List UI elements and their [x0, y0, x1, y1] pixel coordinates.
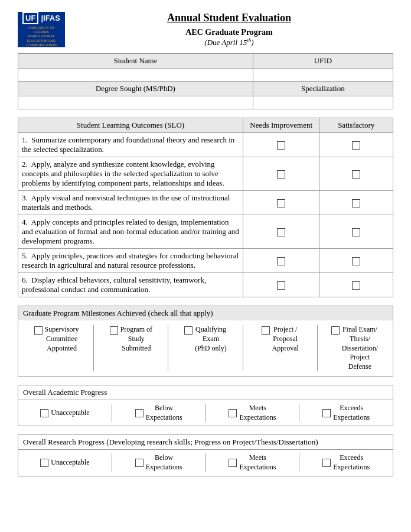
slo-satisfactory-header: Satisfactory: [319, 118, 393, 133]
research-exceeds: ExceedsExpectations: [305, 453, 387, 472]
milestones-row: SupervisoryCommitteeAppointed Program of…: [18, 320, 393, 376]
research-meets-label: MeetsExpectations: [239, 453, 276, 472]
table-row: 5. Apply principles, practices and strat…: [18, 249, 393, 273]
table-row: 3. Apply visual and nonvisual techniques…: [18, 191, 393, 215]
slo-item-3: 3. Apply visual and nonvisual techniques…: [18, 191, 243, 215]
student-info-table: Student Name UFID Degree Sought (MS/PhD)…: [18, 53, 393, 109]
logo-ifas-text: |IFAS: [41, 14, 60, 22]
slo-item-2: 2. Apply, analyze and synthesize content…: [18, 157, 243, 191]
slo-item-1: 1. Summarize contemporary and foundation…: [18, 133, 243, 157]
student-name-header: Student Name: [18, 54, 253, 69]
page-header: UF |IFAS UNIVERSITY OF FLORIDAAGRICULTUR…: [18, 12, 393, 47]
milestone-program-study: Program ofStudySubmitted: [96, 325, 165, 371]
degree-header: Degree Sought (MS/PhD): [18, 82, 253, 96]
milestone-supervisory-label: SupervisoryCommitteeAppointed: [45, 325, 79, 353]
slo-6-needs-check[interactable]: [243, 273, 319, 297]
ufid-value[interactable]: [253, 69, 393, 82]
academic-unacceptable: Unacceptable: [24, 408, 106, 418]
slo-item-6: 6. Display ethical behaviors, cultural s…: [18, 273, 243, 297]
milestone-qualifying-exam-label: QualifyingExam(PhD only): [195, 325, 227, 353]
milestone-supervisory: SupervisoryCommitteeAppointed: [22, 325, 91, 371]
slo-6-satisfactory-check[interactable]: [319, 273, 393, 297]
due-date: (Due April 15th): [65, 37, 393, 47]
research-meets: MeetsExpectations: [212, 453, 293, 472]
milestone-final-exam-checkbox[interactable]: [331, 326, 340, 335]
slo-4-satisfactory-check[interactable]: [319, 215, 393, 249]
slo-3-needs-check[interactable]: [243, 191, 319, 215]
overall-research-header: Overall Research Progress (Developing re…: [18, 435, 393, 449]
student-name-value[interactable]: [18, 69, 253, 82]
table-row: 6. Display ethical behaviors, cultural s…: [18, 273, 393, 297]
academic-exceeds-checkbox[interactable]: [322, 409, 331, 417]
slo-5-satisfactory-check[interactable]: [319, 249, 393, 273]
slo-3-satisfactory-check[interactable]: [319, 191, 393, 215]
slo-item-4: 4. Apply concepts and principles related…: [18, 215, 243, 249]
academic-meets-checkbox[interactable]: [229, 409, 237, 417]
program-title: AEC Graduate Program: [65, 28, 393, 37]
academic-unacceptable-checkbox[interactable]: [40, 409, 48, 417]
milestone-qualifying-exam: QualifyingExam(PhD only): [171, 325, 240, 371]
research-unacceptable-label: Unacceptable: [51, 458, 89, 468]
logo-uf-text: UF: [22, 12, 38, 24]
academic-exceeds-label: ExceedsExpectations: [333, 404, 370, 422]
milestone-project-proposal: Project /ProposalApproval: [246, 325, 315, 371]
slo-1-satisfactory-check[interactable]: [319, 133, 393, 157]
ufid-header: UFID: [253, 54, 393, 69]
milestone-final-exam: Final Exam/Thesis/Dissertation/ProjectDe…: [320, 325, 389, 371]
overall-research-section: Overall Research Progress (Developing re…: [18, 434, 393, 476]
slo-needs-header: Needs Improvement: [243, 118, 319, 133]
specialization-header: Specialization: [253, 82, 393, 96]
slo-5-needs-check[interactable]: [243, 249, 319, 273]
academic-below-label: BelowExpectations: [146, 404, 182, 422]
overall-academic-section: Overall Academic Progress Unacceptable B…: [18, 385, 393, 426]
specialization-value[interactable]: [253, 96, 393, 109]
page-title: Annual Student Evaluation: [65, 12, 393, 24]
milestone-supervisory-checkbox[interactable]: [34, 326, 43, 335]
research-exceeds-label: ExceedsExpectations: [333, 453, 370, 472]
overall-academic-row: Unacceptable BelowExpectations MeetsExpe…: [18, 400, 393, 426]
milestone-final-exam-label: Final Exam/Thesis/Dissertation/ProjectDe…: [342, 325, 378, 371]
slo-2-satisfactory-check[interactable]: [319, 157, 393, 191]
header-center: Annual Student Evaluation AEC Graduate P…: [65, 12, 393, 47]
milestone-project-proposal-checkbox[interactable]: [262, 326, 270, 335]
academic-unacceptable-label: Unacceptable: [51, 408, 89, 418]
academic-meets-label: MeetsExpectations: [239, 404, 276, 422]
academic-below-checkbox[interactable]: [135, 409, 143, 417]
slo-table: Student Learning Outcomes (SLO) Needs Im…: [18, 118, 393, 297]
overall-academic-header: Overall Academic Progress: [18, 385, 393, 400]
research-below-label: BelowExpectations: [146, 453, 182, 472]
milestone-qualifying-exam-checkbox[interactable]: [184, 326, 193, 335]
milestones-header: Graduate Program Milestones Achieved (ch…: [18, 306, 393, 320]
milestone-program-study-label: Program ofStudySubmitted: [120, 325, 152, 353]
slo-header: Student Learning Outcomes (SLO): [18, 118, 243, 133]
research-below-checkbox[interactable]: [135, 459, 143, 467]
milestone-project-proposal-label: Project /ProposalApproval: [272, 325, 299, 353]
slo-item-5: 5. Apply principles, practices and strat…: [18, 249, 243, 273]
table-row: 4. Apply concepts and principles related…: [18, 215, 393, 249]
academic-below: BelowExpectations: [118, 404, 200, 422]
slo-2-needs-check[interactable]: [243, 157, 319, 191]
overall-research-row: Unacceptable BelowExpectations MeetsExpe…: [18, 449, 393, 475]
research-below: BelowExpectations: [118, 453, 200, 472]
degree-value[interactable]: [18, 96, 253, 109]
logo-subtitle: UNIVERSITY OF FLORIDAAGRICULTURALEDUCATI…: [20, 26, 63, 47]
research-unacceptable: Unacceptable: [24, 458, 106, 468]
table-row: 2. Apply, analyze and synthesize content…: [18, 157, 393, 191]
slo-4-needs-check[interactable]: [243, 215, 319, 249]
milestones-section: Graduate Program Milestones Achieved (ch…: [18, 306, 393, 377]
research-unacceptable-checkbox[interactable]: [40, 459, 48, 467]
research-exceeds-checkbox[interactable]: [322, 459, 331, 467]
slo-1-needs-check[interactable]: [243, 133, 319, 157]
research-meets-checkbox[interactable]: [229, 459, 237, 467]
milestone-program-study-checkbox[interactable]: [110, 326, 118, 335]
academic-exceeds: ExceedsExpectations: [305, 404, 387, 422]
uf-ifas-logo: UF |IFAS UNIVERSITY OF FLORIDAAGRICULTUR…: [18, 12, 65, 47]
academic-meets: MeetsExpectations: [212, 404, 293, 422]
table-row: 1. Summarize contemporary and foundation…: [18, 133, 393, 157]
